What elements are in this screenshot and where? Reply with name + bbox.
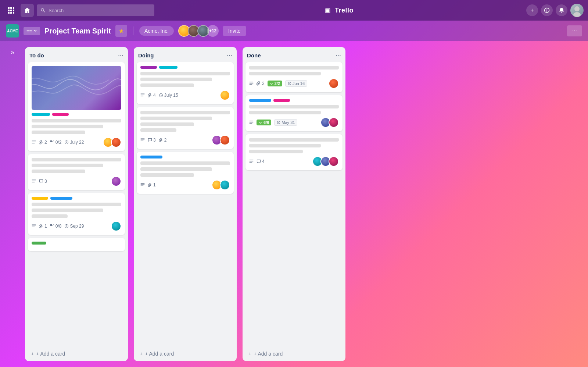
sidebar-toggle-icon: »	[11, 49, 14, 56]
notifications-button[interactable]	[556, 4, 567, 16]
user-avatar[interactable]	[570, 4, 584, 17]
svg-line-10	[43, 11, 45, 12]
card-done-3[interactable]: 4	[245, 134, 343, 170]
list-doing-header: Doing ···	[134, 47, 237, 62]
card-done-1[interactable]: 2 2/2 Jun 16	[245, 62, 343, 92]
due-date-item: July 15	[159, 93, 178, 98]
card-done-3-meta: 4	[249, 156, 339, 167]
board-menu-button[interactable]: ≡≡	[24, 27, 40, 35]
card-line	[140, 111, 230, 114]
svg-rect-37	[141, 186, 144, 186]
member-avatars-group: +12	[178, 25, 219, 37]
invite-button[interactable]: Invite	[223, 26, 245, 36]
card-todo-1[interactable]: 2 0/2 July 22	[28, 62, 125, 151]
card-line	[140, 122, 194, 126]
svg-rect-0	[8, 7, 10, 9]
board-header: ACME ≡≡ Project Team Spirit ★ Acme, Inc.…	[0, 21, 588, 41]
star-button[interactable]: ★	[115, 25, 127, 37]
card-todo-3[interactable]: 1 0/8 Sep 29	[28, 193, 125, 235]
card-avatar	[220, 135, 230, 145]
checklist-item: 0/8	[50, 224, 62, 229]
card-done-2[interactable]: 6/6 May 31	[245, 95, 343, 131]
tag-pink	[52, 113, 69, 116]
comments-item: 3	[39, 179, 47, 184]
card-line	[140, 83, 194, 87]
tag-cyan	[159, 66, 178, 69]
tag-purple	[140, 66, 157, 69]
card-doing-1[interactable]: 4 July 15	[137, 62, 234, 104]
card-todo-2-meta: 3	[32, 176, 121, 186]
description-icon-item	[32, 224, 36, 228]
attachment-count: 1	[44, 224, 47, 229]
due-date-item: July 22	[64, 140, 84, 145]
app-name-label: Trello	[335, 7, 354, 14]
search-bar[interactable]: Search	[37, 4, 154, 16]
card-doing-3-meta: 1	[140, 180, 230, 190]
description-icon-item	[249, 81, 254, 86]
grid-menu-icon[interactable]	[4, 4, 18, 17]
attachment-count: 2	[164, 138, 167, 143]
svg-rect-43	[250, 122, 254, 123]
list-todo-header: To do ···	[25, 47, 128, 62]
add-button[interactable]: +	[526, 4, 538, 16]
comment-count: 3	[153, 138, 156, 143]
add-card-label: + Add a card	[145, 351, 174, 357]
svg-rect-3	[8, 10, 10, 11]
star-icon: ★	[119, 28, 124, 35]
description-icon-item	[32, 140, 36, 145]
list-todo-menu[interactable]: ···	[118, 51, 123, 59]
card-done-1-meta: 2 2/2 Jun 16	[249, 78, 339, 89]
list-done-header: Done ···	[243, 47, 345, 62]
card-line	[32, 125, 103, 128]
card-line	[32, 131, 85, 134]
member-count-badge[interactable]: +12	[207, 25, 219, 37]
tag-green	[32, 242, 46, 245]
due-badge: Jun 16	[285, 80, 307, 87]
svg-rect-24	[32, 226, 36, 227]
list-done-cards: 2 2/2 Jun 16	[243, 62, 345, 346]
card-doing-2[interactable]: 3 2	[137, 107, 234, 149]
workspace-name[interactable]: Acme, Inc.	[139, 26, 174, 36]
due-badge-label: May 31	[282, 120, 295, 125]
card-cover-image	[32, 66, 121, 110]
svg-rect-42	[250, 121, 254, 122]
svg-rect-18	[50, 140, 52, 142]
attachment-count: 2	[262, 81, 265, 86]
card-line	[32, 209, 103, 212]
card-avatars	[212, 180, 230, 190]
svg-rect-32	[141, 139, 145, 139]
list-doing-menu[interactable]: ···	[227, 51, 232, 59]
checklist-count: 0/2	[55, 140, 62, 145]
svg-point-14	[573, 12, 581, 17]
description-icon-item	[32, 179, 36, 184]
svg-rect-47	[250, 161, 254, 162]
card-todo-4[interactable]	[28, 238, 125, 251]
add-card-button-todo[interactable]: + + Add a card	[26, 348, 126, 360]
divider	[133, 26, 133, 35]
card-doing-1-tags	[140, 66, 230, 69]
add-card-button-doing[interactable]: + + Add a card	[135, 348, 235, 360]
card-done-2-tags	[249, 99, 339, 102]
svg-rect-2	[13, 7, 14, 9]
card-doing-3[interactable]: 1	[137, 152, 234, 194]
svg-rect-7	[10, 12, 12, 14]
comment-count: 3	[44, 179, 47, 184]
checklist-item: 0/2	[50, 140, 62, 145]
card-avatars	[320, 117, 339, 128]
card-line	[32, 203, 121, 206]
list-done-menu[interactable]: ···	[336, 51, 341, 59]
card-avatar	[111, 221, 121, 231]
svg-rect-23	[32, 225, 36, 225]
checklist-badge: 6/6	[257, 120, 271, 125]
card-doing-1-meta: 4 July 15	[140, 90, 230, 100]
card-line	[249, 66, 339, 70]
sidebar-toggle[interactable]: »	[6, 47, 19, 361]
card-avatar	[220, 90, 230, 100]
svg-rect-6	[8, 12, 10, 14]
add-card-button-done[interactable]: + + Add a card	[244, 348, 344, 360]
list-doing-title: Doing	[138, 52, 154, 58]
info-button[interactable]: i	[541, 4, 553, 16]
home-button[interactable]	[21, 4, 34, 17]
more-options-button[interactable]: ···	[567, 25, 582, 36]
card-todo-2[interactable]: 3	[28, 154, 125, 190]
